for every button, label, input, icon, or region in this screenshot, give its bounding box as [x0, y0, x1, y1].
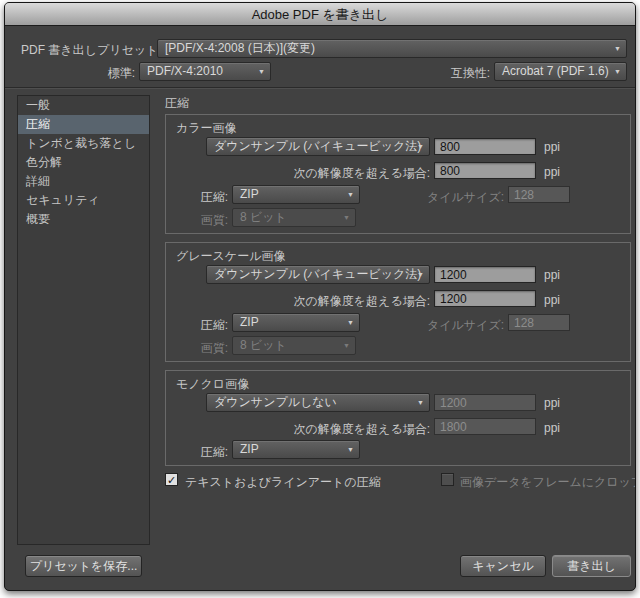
mono-threshold-field — [434, 418, 536, 435]
dialog-title: Adobe PDF を書き出し — [5, 3, 635, 26]
text-compression-checkbox[interactable]: ✓ — [165, 473, 178, 486]
sidebar-item-advanced[interactable]: 詳細 — [18, 172, 149, 191]
gray-compression-value: ZIP — [240, 315, 259, 329]
sidebar-item-security[interactable]: セキュリティ — [18, 191, 149, 210]
gray-threshold-field[interactable] — [434, 290, 536, 307]
quality-label: 画質: — [174, 212, 228, 229]
crop-to-frame-checkbox[interactable] — [441, 473, 454, 486]
grayscale-image-group: グレースケール画像 ダウンサンプル (バイキュービック法) ▼ ppi 次の解像… — [165, 242, 631, 362]
color-compression-value: ZIP — [240, 187, 259, 201]
gray-compression-dropdown[interactable]: ZIP ▼ — [232, 313, 360, 332]
threshold-label: 次の解像度を超える場合: — [174, 293, 430, 310]
tile-size-label: タイルサイズ: — [380, 189, 504, 206]
chevron-down-icon: ▼ — [417, 138, 424, 156]
ppi-label: ppi — [544, 140, 560, 154]
save-preset-button[interactable]: プリセットを保存... — [25, 555, 142, 577]
ppi-label: ppi — [544, 293, 560, 307]
quality-label: 画質: — [174, 340, 228, 357]
tile-size-label: タイルサイズ: — [380, 317, 504, 334]
chevron-down-icon: ▼ — [343, 337, 350, 355]
color-tile-size-field — [508, 186, 570, 203]
compatibility-dropdown[interactable]: Acrobat 7 (PDF 1.6) ▼ — [494, 62, 627, 81]
gray-group-title: グレースケール画像 — [176, 248, 285, 265]
cancel-button[interactable]: キャンセル — [460, 555, 546, 577]
standard-dropdown[interactable]: PDF/X-4:2010 ▼ — [139, 62, 271, 81]
color-threshold-field[interactable] — [434, 162, 536, 179]
color-sampling-dropdown[interactable]: ダウンサンプル (バイキュービック法) ▼ — [206, 137, 430, 156]
chevron-down-icon: ▼ — [417, 266, 424, 284]
sidebar-item-summary[interactable]: 概要 — [18, 210, 149, 229]
threshold-label: 次の解像度を超える場合: — [174, 421, 430, 438]
chevron-down-icon: ▼ — [343, 209, 350, 227]
sidebar-item-marks-bleed[interactable]: トンボと裁ち落とし — [18, 134, 149, 153]
gray-quality-value: 8 ビット — [240, 338, 287, 352]
ppi-label: ppi — [544, 165, 560, 179]
compression-label: 圧縮: — [174, 444, 228, 461]
crop-to-frame-label: 画像データをフレームにクロップ — [460, 474, 636, 491]
threshold-label: 次の解像度を超える場合: — [174, 165, 430, 182]
gray-resolution-field[interactable] — [434, 266, 536, 283]
compression-label: 圧縮: — [174, 317, 228, 334]
preset-label: PDF 書き出しプリセット: — [21, 42, 162, 59]
gray-tile-size-field — [508, 314, 570, 331]
chevron-down-icon: ▼ — [258, 63, 265, 81]
color-compression-dropdown[interactable]: ZIP ▼ — [232, 185, 360, 204]
mono-compression-value: ZIP — [240, 442, 259, 456]
chevron-down-icon: ▼ — [347, 314, 354, 332]
mono-sampling-dropdown[interactable]: ダウンサンプルしない ▼ — [206, 393, 430, 412]
export-pdf-dialog: Adobe PDF を書き出し PDF 書き出しプリセット: [PDF/X-4:… — [4, 2, 636, 591]
gray-sampling-value: ダウンサンプル (バイキュービック法) — [214, 267, 421, 281]
standard-value: PDF/X-4:2010 — [147, 64, 223, 78]
sidebar-item-output[interactable]: 色分解 — [18, 153, 149, 172]
mono-image-group: モノクロ画像 ダウンサンプルしない ▼ ppi 次の解像度を超える場合: ppi… — [165, 370, 631, 466]
header-divider — [5, 87, 635, 89]
chevron-down-icon: ▼ — [347, 186, 354, 204]
color-sampling-value: ダウンサンプル (バイキュービック法) — [214, 139, 421, 153]
mono-group-title: モノクロ画像 — [176, 376, 249, 393]
compatibility-label: 互換性: — [433, 65, 490, 82]
color-group-title: カラー画像 — [176, 120, 237, 137]
check-icon: ✓ — [167, 474, 176, 486]
standard-label: 標準: — [65, 65, 135, 82]
ppi-label: ppi — [544, 396, 560, 410]
mono-sampling-value: ダウンサンプルしない — [214, 395, 337, 409]
color-quality-value: 8 ビット — [240, 210, 287, 224]
export-button[interactable]: 書き出し — [552, 555, 631, 577]
text-compression-label: テキストおよびラインアートの圧縮 — [185, 474, 381, 491]
color-resolution-field[interactable] — [434, 138, 536, 155]
sidebar-item-general[interactable]: 一般 — [18, 96, 149, 115]
chevron-down-icon: ▼ — [614, 40, 621, 58]
chevron-down-icon: ▼ — [417, 394, 424, 412]
chevron-down-icon: ▼ — [614, 63, 621, 81]
compression-label: 圧縮: — [174, 189, 228, 206]
sidebar: 一般 圧縮 トンボと裁ち落とし 色分解 詳細 セキュリティ 概要 — [17, 95, 150, 545]
section-title: 圧縮 — [165, 95, 189, 112]
sidebar-item-compression[interactable]: 圧縮 — [18, 115, 149, 134]
color-image-group: カラー画像 ダウンサンプル (バイキュービック法) ▼ ppi 次の解像度を超え… — [165, 114, 631, 234]
mono-compression-dropdown[interactable]: ZIP ▼ — [232, 440, 360, 459]
chevron-down-icon: ▼ — [347, 441, 354, 459]
compatibility-value: Acrobat 7 (PDF 1.6) — [502, 64, 609, 78]
gray-sampling-dropdown[interactable]: ダウンサンプル (バイキュービック法) ▼ — [206, 265, 430, 284]
mono-resolution-field — [434, 394, 536, 411]
gray-quality-dropdown: 8 ビット ▼ — [232, 336, 356, 355]
preset-dropdown[interactable]: [PDF/X-4:2008 (日本)](変更) ▼ — [157, 39, 627, 58]
preset-value: [PDF/X-4:2008 (日本)](変更) — [165, 41, 315, 55]
ppi-label: ppi — [544, 421, 560, 435]
ppi-label: ppi — [544, 268, 560, 282]
color-quality-dropdown: 8 ビット ▼ — [232, 208, 356, 227]
